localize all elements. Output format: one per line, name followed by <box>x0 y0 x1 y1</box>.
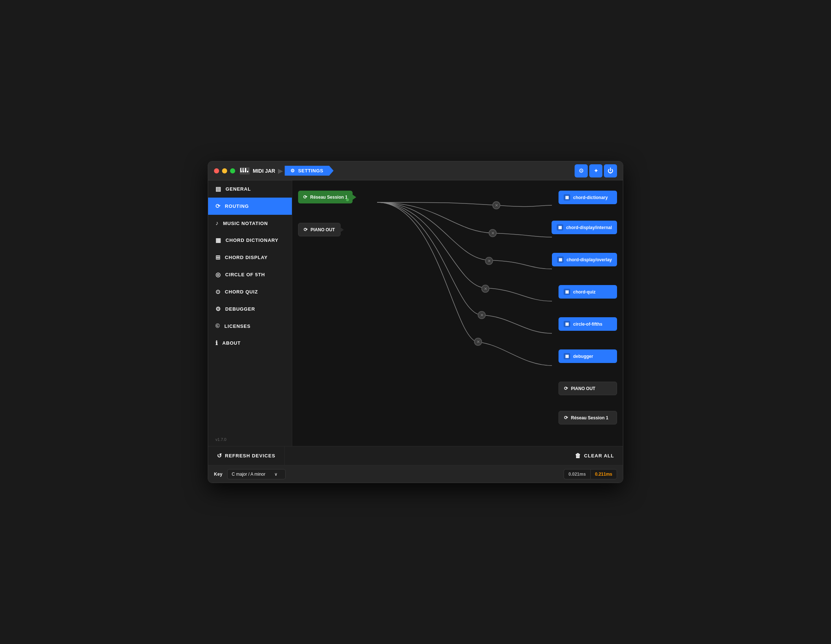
timing-badge-2: 0.211ms <box>590 469 617 479</box>
chord-display-overlay-label: chord-display/overlay <box>567 257 612 262</box>
module-icon-4: ▦ <box>564 289 570 295</box>
trash-icon: 🗑 <box>575 453 581 459</box>
reseau-session-out-node[interactable]: ⟳ Réseau Session 1 <box>559 411 617 424</box>
node-arrow-dark <box>340 227 344 232</box>
active-indicator <box>346 198 349 201</box>
module-icon-5: ▦ <box>564 321 570 327</box>
sidebar-item-about[interactable]: ℹ ABOUT <box>208 335 292 352</box>
timing-badge-1: 0.021ms <box>564 469 590 479</box>
app-window: MIDI JAR ▶ ⚙ SETTINGS ⚙ ✦ ⏻ ▤ GENERAL ⟳ … <box>208 161 623 483</box>
chord-quiz-node[interactable]: ▦ chord-quiz <box>559 285 617 298</box>
sidebar-item-label: CHORD DICTIONARY <box>226 238 279 243</box>
power-action-button[interactable]: ⏻ <box>604 164 617 177</box>
clear-all-button[interactable]: 🗑 CLEAR ALL <box>566 446 623 465</box>
circle-icon: ◎ <box>215 271 221 278</box>
app-label: MIDI JAR <box>240 167 275 175</box>
piano-out-input-node[interactable]: ⟳ PIANO OUT <box>298 223 341 236</box>
chord-display-overlay-node[interactable]: ▦ chord-display/overlay <box>552 253 617 266</box>
sidebar-item-chord-quiz[interactable]: ⊙ CHORD QUIZ <box>208 283 292 300</box>
piano-out-output-icon: ⟳ <box>564 386 568 391</box>
sidebar-item-label: DEBUGGER <box>225 306 255 312</box>
sidebar-item-label: GENERAL <box>226 186 251 192</box>
sidebar-item-chord-display[interactable]: ⊞ CHORD DISPLAY <box>208 249 292 266</box>
chord-quiz-label: chord-quiz <box>573 289 595 295</box>
chord-dictionary-label: chord-dictionary <box>573 195 608 200</box>
book-icon: ▦ <box>215 237 221 244</box>
settings-tab-label: SETTINGS <box>298 168 323 174</box>
piano-icon <box>240 167 250 175</box>
connection-dot-1[interactable]: ✕ <box>492 201 500 209</box>
debugger-node[interactable]: ▦ debugger <box>559 349 617 363</box>
sidebar-item-circle-of-5th[interactable]: ◎ CIRCLE OF 5TH <box>208 266 292 283</box>
gear-action-button[interactable]: ⚙ <box>575 164 588 177</box>
app-name: MIDI JAR <box>253 168 275 174</box>
routing-canvas: ⟳ Réseau Session 1 ⟳ PIANO OUT ✕ ✕ ✕ ✕ ✕… <box>292 180 623 446</box>
chord-dictionary-node[interactable]: ▦ chord-dictionary <box>559 191 617 204</box>
refresh-devices-button[interactable]: ↺ REFRESH DEVICES <box>208 446 285 465</box>
key-bar: Key C major / A minor ∨ 0.021ms 0.211ms <box>208 465 623 483</box>
debugger-label: debugger <box>573 354 593 359</box>
settings-icon: ⚙ <box>290 168 295 174</box>
sidebar-item-label: CHORD DISPLAY <box>225 255 268 260</box>
svg-rect-5 <box>241 168 242 171</box>
sidebar-item-chord-dictionary[interactable]: ▦ CHORD DICTIONARY <box>208 232 292 249</box>
connections-svg <box>292 180 623 446</box>
sidebar-item-label: ABOUT <box>222 340 241 346</box>
piano-out-output-node[interactable]: ⟳ PIANO OUT <box>559 382 617 395</box>
svg-rect-6 <box>244 168 245 171</box>
key-value: C major / A minor <box>232 472 266 477</box>
connection-dot-4[interactable]: ✕ <box>481 285 489 293</box>
circle-of-fifths-label: circle-of-fifths <box>573 322 602 327</box>
connection-dot-2[interactable]: ✕ <box>489 229 497 237</box>
debug-icon: ⚙ <box>215 306 221 312</box>
key-label: Key <box>214 472 223 477</box>
sidebar-item-licenses[interactable]: © LICENSES <box>208 317 292 335</box>
piano-out-icon: ⟳ <box>304 227 307 232</box>
clear-all-label: CLEAR ALL <box>584 453 614 459</box>
reseau-session-1-node[interactable]: ⟳ Réseau Session 1 <box>298 191 353 204</box>
title-bar: MIDI JAR ▶ ⚙ SETTINGS ⚙ ✦ ⏻ <box>208 161 623 180</box>
minimize-button[interactable] <box>222 168 227 174</box>
license-icon: © <box>215 323 220 329</box>
sidebar-item-debugger[interactable]: ⚙ DEBUGGER <box>208 300 292 317</box>
main-content: ▤ GENERAL ⟳ ROUTING ♪ MUSIC NOTATION ▦ C… <box>208 180 623 446</box>
connection-dot-5[interactable]: ✕ <box>478 311 486 319</box>
reseau-icon: ⟳ <box>303 194 307 200</box>
display-icon: ⊞ <box>215 254 221 261</box>
quiz-icon: ⊙ <box>215 289 221 295</box>
traffic-lights <box>214 168 235 174</box>
close-button[interactable] <box>214 168 219 174</box>
chevron-down-icon: ∨ <box>274 472 278 477</box>
chord-display-internal-label: chord-display/internal <box>566 225 612 230</box>
sidebar-item-label: LICENSES <box>224 324 250 329</box>
sidebar-item-routing[interactable]: ⟳ ROUTING <box>208 198 292 215</box>
maximize-button[interactable] <box>230 168 235 174</box>
piano-out-label: PIANO OUT <box>310 227 335 232</box>
timing-badges: 0.021ms 0.211ms <box>564 469 617 479</box>
sidebar-item-general[interactable]: ▤ GENERAL <box>208 180 292 198</box>
connection-dot-6[interactable]: ✕ <box>474 338 482 346</box>
version-label: v1.7.0 <box>208 433 292 446</box>
reseau-out-icon: ⟳ <box>564 415 568 421</box>
connection-dot-3[interactable]: ✕ <box>485 257 493 265</box>
info-icon: ℹ <box>215 340 218 346</box>
key-select-dropdown[interactable]: C major / A minor ∨ <box>227 469 286 479</box>
svg-rect-7 <box>247 168 248 171</box>
node-arrow <box>353 194 356 200</box>
sidebar-item-label: CHORD QUIZ <box>225 289 258 295</box>
chord-display-internal-node[interactable]: ▦ chord-display/internal <box>552 221 617 234</box>
bottom-bar: ↺ REFRESH DEVICES 🗑 CLEAR ALL <box>208 446 623 465</box>
module-icon: ▦ <box>564 194 570 201</box>
piano-out-output-label: PIANO OUT <box>571 386 595 391</box>
settings-tab[interactable]: ⚙ SETTINGS <box>285 166 334 175</box>
pin-action-button[interactable]: ✦ <box>589 164 602 177</box>
title-bar-actions: ⚙ ✦ ⏻ <box>575 164 617 177</box>
sidebar-item-music-notation[interactable]: ♪ MUSIC NOTATION <box>208 215 292 232</box>
svg-rect-3 <box>245 168 246 172</box>
refresh-label: REFRESH DEVICES <box>225 453 275 459</box>
circle-of-fifths-node[interactable]: ▦ circle-of-fifths <box>559 317 617 331</box>
sidebar-item-label: MUSIC NOTATION <box>223 221 268 226</box>
music-icon: ♪ <box>215 220 219 226</box>
module-icon-2: ▦ <box>557 224 563 231</box>
routing-icon: ⟳ <box>215 203 221 210</box>
